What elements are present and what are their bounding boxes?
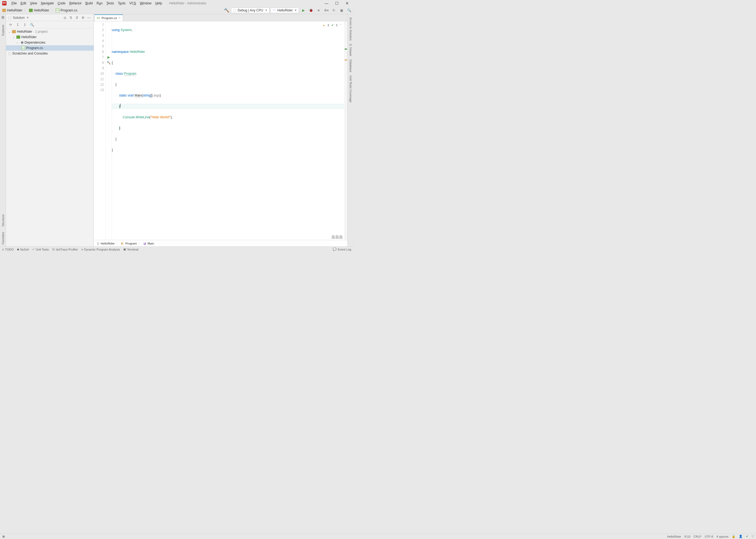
editor-tab[interactable]: C# Program.cs × <box>94 15 123 21</box>
breadcrumb-item[interactable]: HelloRider <box>28 8 50 13</box>
more-actions-button[interactable]: ⚙▾ <box>323 7 329 14</box>
chevron-down-icon: ▼ <box>294 9 297 12</box>
stop-button[interactable]: ■ <box>315 7 322 14</box>
maximize-button[interactable]: ☐ <box>333 1 341 6</box>
gutter-icons: ▶ 🔨 <box>106 21 112 240</box>
refresh-button[interactable]: ↻ <box>331 7 337 14</box>
menu-file[interactable]: File <box>10 1 18 6</box>
database-tool-button[interactable]: Database <box>349 59 352 72</box>
navigation-toolbar: HelloRider 〉 HelloRider 〉 C# Program.cs … <box>0 7 354 14</box>
menu-edit[interactable]: Edit <box>19 1 28 6</box>
profiler-tool-button[interactable]: ◷ dotTrace Profiler <box>52 248 78 251</box>
method-icon: ◪ <box>143 242 146 245</box>
breadcrumb-label[interactable]: Program <box>126 242 137 245</box>
debug-button[interactable]: 🐞 <box>308 7 314 14</box>
menu-window[interactable]: Window <box>138 1 153 6</box>
expand-icon[interactable]: ⇅ <box>68 15 73 20</box>
code-vision-avatars[interactable] <box>332 235 343 239</box>
tab-label: Program.cs <box>102 16 117 20</box>
toolbar-right: 🔨 ⬚ Debug | Any CPU ▼ 〰 HelloRider ▼ ▶ 🐞… <box>223 7 352 14</box>
collapse-icon[interactable]: ⇵ <box>74 15 79 20</box>
breadcrumb-label: HelloRider <box>34 8 49 12</box>
cs-file-icon: C# <box>21 46 25 50</box>
menu-refactor[interactable]: Refactor <box>68 1 83 6</box>
scroll-to-icon[interactable]: ↥ <box>22 22 27 27</box>
build-icon[interactable]: 🔨 <box>223 7 230 14</box>
favorites-tool-button[interactable]: Favorites <box>1 232 5 244</box>
statusbar: ≡ TODO ◆ NuGet ✓ Unit Tests ◷ dotTrace P… <box>0 247 354 252</box>
coverage-tool-button[interactable]: Unit Tests Coverage <box>349 76 352 103</box>
settings-icon[interactable]: ⚙ <box>80 15 85 20</box>
menu-tests[interactable]: Tests <box>105 1 116 6</box>
text-cursor <box>120 104 121 108</box>
chevron-down-icon[interactable]: ⌄ <box>13 36 15 39</box>
hammer-gutter-icon[interactable]: 🔨 <box>106 60 112 65</box>
chevron-down-icon: ▼ <box>265 9 268 12</box>
run-gutter-icon[interactable]: ▶ <box>106 54 112 60</box>
csproj-icon <box>16 36 20 39</box>
scratches-row[interactable]: ⬚ Scratches and Consoles <box>6 51 94 56</box>
minimize-button[interactable]: — <box>322 1 331 6</box>
menu-build[interactable]: Build <box>84 1 94 6</box>
main-menu: File Edit View Navigate Code Refactor Bu… <box>10 1 164 6</box>
menu-navigate[interactable]: Navigate <box>39 1 55 6</box>
build-config-combo[interactable]: ⬚ Debug | Any CPU ▼ <box>231 8 270 13</box>
tree-label-suffix: · 1 project <box>33 30 48 34</box>
close-button[interactable]: ✕ <box>343 1 351 6</box>
solution-root-row[interactable]: ⌄ HelloRider · 1 project <box>6 29 94 35</box>
project-row[interactable]: ⌄ HelloRider <box>6 35 94 40</box>
search-button[interactable]: 🔍 <box>346 7 352 14</box>
terminal-tool-button[interactable]: ▣ Terminal <box>123 248 138 251</box>
menu-help[interactable]: Help <box>153 1 164 6</box>
menu-view[interactable]: View <box>28 1 39 6</box>
file-row[interactable]: C# Program.cs <box>6 45 94 51</box>
inspection-widget[interactable]: ▲1 ✔1 ˄ ˅ <box>322 22 345 28</box>
menu-run[interactable]: Run <box>95 1 104 6</box>
editor-tab-bar: C# Program.cs × <box>94 14 347 21</box>
menu-code[interactable]: Code <box>56 1 67 6</box>
code-area[interactable]: using System; namespace HelloRider { cla… <box>112 21 347 240</box>
ilviewer-tool-button[interactable]: IL Viewer <box>349 44 352 56</box>
dpa-tool-button[interactable]: ≡ Dynamic Program Analysis <box>81 248 120 251</box>
window-title: HelloRider - Administrator <box>164 1 322 5</box>
error-stripe[interactable] <box>344 21 347 240</box>
dependencies-row[interactable]: › ⬢ Dependencies <box>6 40 94 45</box>
breadcrumb-label[interactable]: Main <box>147 242 154 245</box>
todo-tool-button[interactable]: ≡ TODO <box>2 248 14 251</box>
breadcrumb-item[interactable]: HelloRider <box>1 8 24 13</box>
nuget-tool-button[interactable]: ◆ NuGet <box>17 248 29 251</box>
chevron-down-icon[interactable]: ⌄ <box>8 30 11 33</box>
editor-body[interactable]: 12345678910111213 ▶ 🔨 using System; name… <box>94 21 347 240</box>
project-tool-icon[interactable]: ▦ <box>1 15 4 19</box>
right-tool-strip: Errors In Solution IL Viewer Database Un… <box>347 14 354 247</box>
csproj-icon <box>29 9 33 12</box>
run-target-combo[interactable]: 〰 HelloRider ▼ <box>271 8 299 13</box>
left-tool-strip: ▦ Explorer Structure Favorites <box>0 14 6 247</box>
chevron-right-icon[interactable]: › <box>17 41 20 44</box>
app-icon <box>2 1 7 5</box>
bottom-tool-buttons: ≡ TODO ◆ NuGet ✓ Unit Tests ◷ dotTrace P… <box>2 248 138 251</box>
menu-tools[interactable]: Tools <box>116 1 127 6</box>
hide-panel-button[interactable]: — <box>86 15 91 20</box>
editor-area: C# Program.cs × 12345678910111213 ▶ 🔨 us… <box>94 14 347 247</box>
target-icon[interactable]: ◎ <box>62 15 67 20</box>
chevron-down-icon[interactable]: ▼ <box>26 16 29 19</box>
structure-tool-button[interactable]: Structure <box>1 214 5 227</box>
run-button[interactable]: ▶ <box>300 7 306 14</box>
explorer-tool-button[interactable]: Explorer <box>1 25 5 36</box>
layout-button[interactable]: ▣ <box>338 7 345 14</box>
build-config-label: Debug | Any CPU <box>237 8 263 12</box>
main-layout: ▦ Explorer Structure Favorites ⬚ Solutio… <box>0 14 354 247</box>
menu-vcs[interactable]: VCS <box>127 1 138 6</box>
editor-breadcrumb: {} HelloRider 〉 ◧ Program 〉 ◪ Main <box>94 240 347 247</box>
solution-tree: ⌄ HelloRider · 1 project ⌄ HelloRider › … <box>6 28 94 247</box>
close-tab-button[interactable]: × <box>119 16 121 20</box>
unittests-tool-button[interactable]: ✓ Unit Tests <box>32 248 49 251</box>
breadcrumb-item[interactable]: C# Program.cs <box>54 8 78 13</box>
search-icon[interactable]: 🔍 <box>30 22 35 27</box>
sync-icon[interactable]: ⟳ <box>8 22 13 27</box>
event-log-button[interactable]: 💬 Event Log <box>333 248 351 251</box>
scroll-from-icon[interactable]: ↧ <box>15 22 20 27</box>
breadcrumb-label[interactable]: HelloRider <box>101 242 115 245</box>
prev-highlight-button[interactable]: ˄ <box>340 22 341 28</box>
